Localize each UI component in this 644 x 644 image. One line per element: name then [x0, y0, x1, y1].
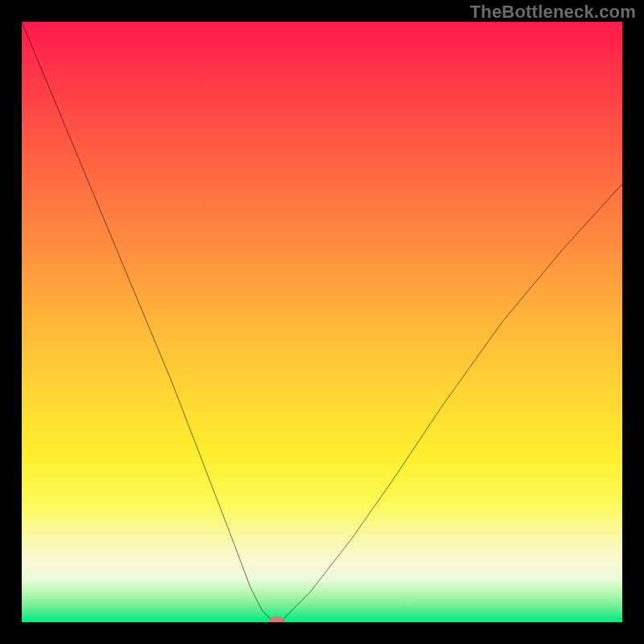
chart-frame: TheBottleneck.com: [0, 0, 644, 644]
optimal-point-marker: [269, 617, 285, 622]
bottleneck-curve: [22, 22, 622, 622]
plot-area: [22, 22, 622, 622]
attribution-label: TheBottleneck.com: [470, 2, 636, 23]
